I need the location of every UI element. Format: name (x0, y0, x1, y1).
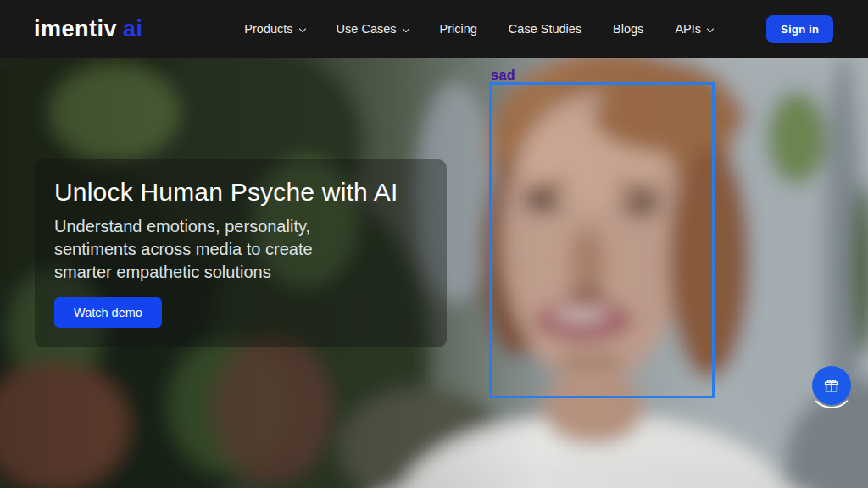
chevron-down-icon (707, 25, 714, 32)
nav-item-case-studies[interactable]: Case Studies (509, 22, 581, 36)
sign-in-button[interactable]: Sign in (766, 15, 833, 43)
hero-section: sad Unlock Human Psyche with AI Understa… (0, 58, 868, 488)
emotion-label: sad (491, 68, 515, 83)
gift-icon (822, 376, 841, 395)
main-nav: Products Use Cases Pricing Case Studies … (244, 15, 833, 43)
gift-offer-button[interactable] (812, 366, 851, 405)
nav-item-blogs[interactable]: Blogs (613, 22, 643, 36)
brand-logo-accent: ai (123, 16, 143, 42)
hero-subtitle: Understand emotions, personality, sentim… (54, 215, 363, 284)
chevron-down-icon (298, 25, 305, 32)
landing-page: imentivai Products Use Cases Pricing Cas… (0, 0, 868, 488)
nav-item-products[interactable]: Products (244, 22, 304, 36)
brand-logo[interactable]: imentivai (34, 16, 143, 42)
face-detection-box: sad (489, 82, 715, 398)
chevron-down-icon (402, 25, 409, 32)
hero-title: Unlock Human Psyche with AI (54, 178, 427, 208)
hero-card: Unlock Human Psyche with AI Understand e… (35, 159, 447, 347)
nav-item-pricing[interactable]: Pricing (440, 22, 477, 36)
brand-logo-primary: imentiv (34, 16, 117, 42)
nav-item-apis[interactable]: APIs (675, 22, 713, 36)
nav-item-use-cases[interactable]: Use Cases (337, 22, 409, 36)
watch-demo-button[interactable]: Watch demo (54, 297, 162, 328)
top-navbar: imentivai Products Use Cases Pricing Cas… (0, 0, 868, 58)
